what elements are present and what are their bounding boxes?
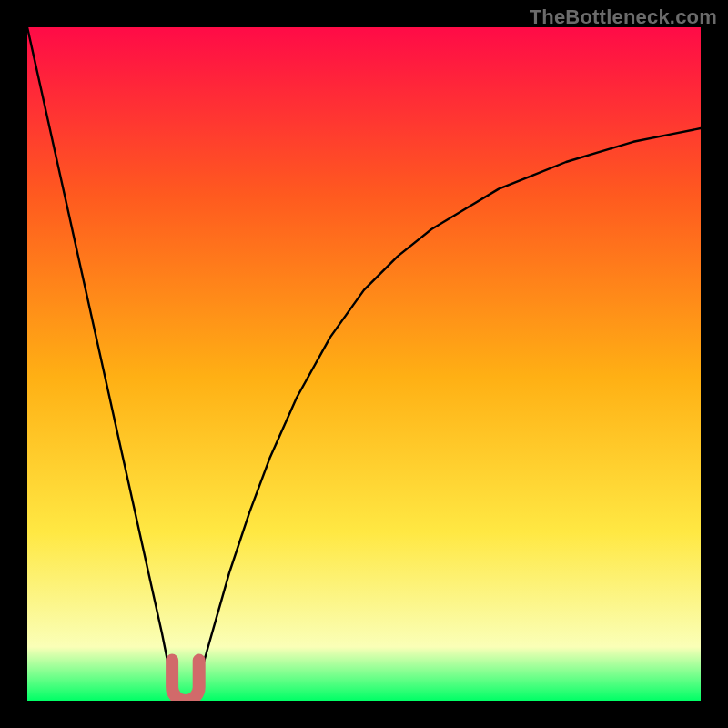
watermark-text: TheBottleneck.com: [530, 5, 717, 29]
chart-background: [27, 27, 701, 701]
chart-svg: [27, 27, 701, 701]
chart-frame: TheBottleneck.com: [0, 0, 728, 728]
chart-plot-area: [27, 27, 701, 701]
